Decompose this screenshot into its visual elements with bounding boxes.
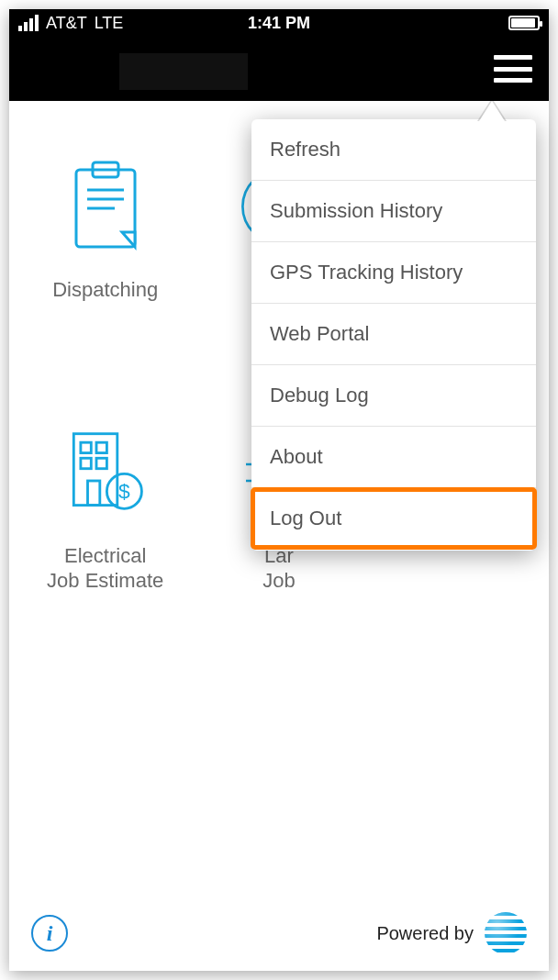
dropdown-menu: Refresh Submission History GPS Tracking … [251,119,536,551]
tile-electrical-job-estimate[interactable]: $ Electrical Job Estimate [18,422,192,594]
app-header [9,37,549,101]
tile-label: Electrical Job Estimate [47,543,163,594]
clipboard-icon [55,156,156,257]
menu-item-gps-tracking-history[interactable]: GPS Tracking History [251,242,536,304]
info-button[interactable]: i [31,915,68,952]
att-globe-icon [485,912,527,954]
menu-item-submission-history[interactable]: Submission History [251,181,536,242]
footer: i Powered by [9,912,549,954]
tile-dispatching[interactable]: Dispatching [18,156,192,303]
phone-frame: AT&T LTE 1:41 PM [9,9,549,971]
building-dollar-icon: $ [55,422,156,523]
menu-button[interactable] [494,55,532,83]
status-bar: AT&T LTE 1:41 PM [9,9,549,37]
info-icon: i [47,921,53,946]
battery-icon [508,16,540,30]
status-time: 1:41 PM [9,14,549,33]
powered-by: Powered by [376,912,527,954]
menu-pointer-icon [479,101,505,121]
svg-rect-7 [81,442,91,452]
svg-rect-10 [96,458,106,468]
app-logo-placeholder [119,53,248,90]
status-right [508,16,540,30]
powered-by-label: Powered by [376,923,474,944]
menu-item-debug-log[interactable]: Debug Log [251,365,536,427]
svg-rect-8 [96,442,106,452]
svg-rect-9 [81,458,91,468]
svg-text:$: $ [118,479,130,503]
menu-item-refresh[interactable]: Refresh [251,119,536,181]
tile-label: Dispatching [52,277,158,303]
svg-rect-11 [88,481,100,506]
content-area: Dispatching Me [9,101,549,971]
menu-item-log-out[interactable]: Log Out [251,488,536,549]
menu-item-web-portal[interactable]: Web Portal [251,304,536,365]
menu-item-about[interactable]: About [251,427,536,488]
